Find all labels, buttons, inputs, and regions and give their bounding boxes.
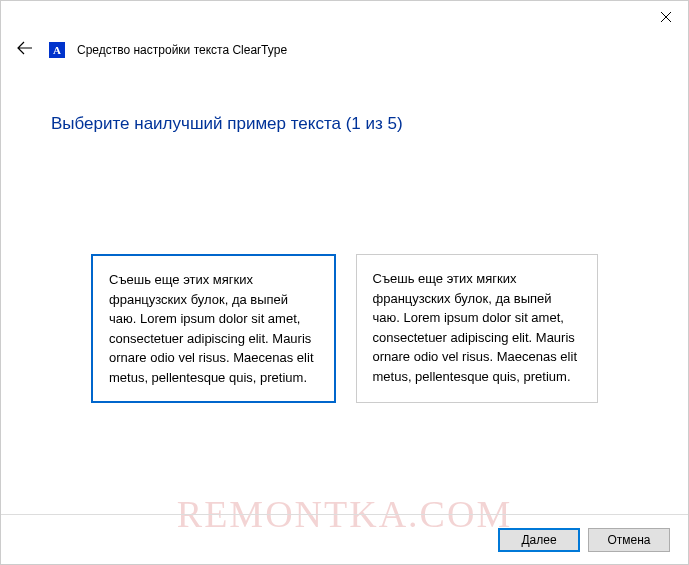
cancel-button[interactable]: Отмена: [588, 528, 670, 552]
close-icon: [661, 12, 671, 22]
footer: Далее Отмена: [1, 514, 688, 564]
app-icon: A: [49, 42, 65, 58]
window-title: Средство настройки текста ClearType: [77, 43, 287, 57]
header: A Средство настройки текста ClearType: [1, 33, 688, 74]
back-arrow-icon: [17, 41, 33, 55]
text-sample-1[interactable]: Съешь еще этих мягких французских булок,…: [91, 254, 336, 403]
next-button[interactable]: Далее: [498, 528, 580, 552]
text-sample-2[interactable]: Съешь еще этих мягких французских булок,…: [356, 254, 599, 403]
titlebar: [1, 1, 688, 33]
page-heading: Выберите наилучший пример текста (1 из 5…: [51, 114, 638, 134]
close-button[interactable]: [643, 1, 688, 33]
text-samples-container: Съешь еще этих мягких французских булок,…: [51, 254, 638, 403]
content-area: Выберите наилучший пример текста (1 из 5…: [1, 74, 688, 403]
back-button[interactable]: [13, 37, 37, 62]
